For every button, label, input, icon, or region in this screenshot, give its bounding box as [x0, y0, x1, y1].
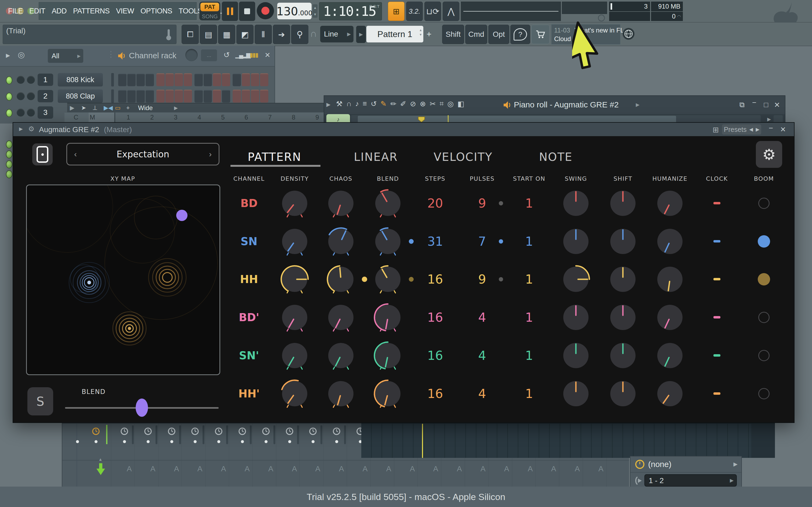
pattern-add-button[interactable]: + [424, 29, 434, 40]
step-cell[interactable] [233, 73, 241, 86]
pause-button[interactable] [222, 2, 238, 21]
automation-a-icon[interactable]: A [504, 464, 509, 473]
step-cell[interactable] [165, 73, 174, 86]
track-clock-icon[interactable] [167, 427, 176, 436]
boom-indicator[interactable] [758, 198, 769, 209]
value-pulses[interactable]: 9 [478, 272, 486, 287]
step-cell[interactable] [204, 90, 212, 103]
channel-pan-knob[interactable] [17, 76, 25, 84]
menu-icon[interactable]: ≡ [363, 100, 367, 108]
piano-roll-grid[interactable] [361, 423, 775, 458]
knob[interactable] [654, 226, 686, 257]
track-clock-icon[interactable] [191, 427, 200, 436]
automation-a-icon[interactable]: A [339, 464, 344, 473]
track-clock-icon[interactable] [91, 427, 101, 436]
channel-name-button[interactable]: 808 Clap [58, 90, 103, 103]
magnet-icon[interactable]: ∩ [310, 28, 317, 39]
track-dot[interactable] [147, 440, 150, 443]
track-dot[interactable] [170, 440, 173, 443]
tab-velocity[interactable]: VELOCITY [434, 150, 492, 164]
paint-icon[interactable]: ✏ [390, 100, 396, 108]
channel-led[interactable] [6, 170, 12, 178]
knob[interactable] [654, 264, 686, 295]
knob[interactable] [372, 302, 403, 333]
plugin-collapse-icon[interactable]: ▶ [19, 126, 23, 132]
value-pulses[interactable]: 4 [478, 348, 486, 363]
track-slider-slot[interactable] [344, 426, 346, 444]
step-cell[interactable] [146, 90, 154, 103]
automation-a-icon[interactable]: A [457, 464, 462, 473]
step-cell[interactable] [260, 73, 268, 86]
value-steps[interactable]: 31 [427, 234, 443, 249]
step-sequencer-button[interactable]: ▦ [218, 25, 235, 44]
knob[interactable] [372, 340, 403, 371]
scroll-arrow-icon[interactable]: ▶ [767, 116, 771, 122]
slip-tool-icon[interactable]: ⊥ [92, 105, 98, 111]
knob[interactable] [279, 188, 310, 219]
clock-dash[interactable] [713, 278, 720, 280]
automation-a-icon[interactable]: A [292, 464, 297, 473]
rack-swing-knob[interactable] [185, 49, 198, 61]
automation-a-icon[interactable]: A [598, 464, 604, 473]
rack-collapse-icon[interactable]: ▶ [6, 52, 10, 59]
rack-layers-icon[interactable]: ▮▮▮ [250, 52, 258, 59]
automation-a-icon[interactable]: A [551, 464, 556, 473]
step-cell[interactable] [184, 73, 192, 86]
step-cell[interactable] [213, 90, 221, 103]
step-cell[interactable] [127, 73, 136, 86]
tab-linear[interactable]: LINEAR [354, 150, 398, 164]
track-clock-icon[interactable] [144, 427, 153, 436]
preset-next-icon[interactable]: ▶ [756, 126, 759, 132]
knob[interactable] [279, 302, 310, 333]
playlist-button[interactable]: ▤ [200, 25, 217, 44]
step-cell[interactable] [222, 90, 230, 103]
channel-pan-knob[interactable] [17, 109, 25, 117]
boom-indicator[interactable] [758, 388, 769, 399]
playback-icon[interactable]: ◧ [457, 100, 465, 108]
boom-indicator[interactable] [758, 312, 769, 323]
title-arrow-icon[interactable]: ▶ [636, 102, 640, 108]
value-pulses[interactable]: 4 [478, 386, 486, 401]
channel-filter-selector[interactable]: All▶ [48, 49, 83, 63]
boom-indicator[interactable] [758, 273, 770, 285]
value-start_on[interactable]: 1 [525, 234, 533, 249]
boom-indicator[interactable] [758, 350, 769, 361]
knob[interactable] [654, 340, 686, 371]
step-cell[interactable] [222, 73, 230, 86]
toolbar-arrow-icon[interactable]: ▶ [70, 105, 74, 111]
track-dot[interactable] [217, 440, 220, 443]
time-marker-row[interactable]: (none) ▶ [631, 456, 741, 472]
track-slider-slot[interactable] [179, 426, 181, 444]
pattern-selector[interactable]: Pattern 1 ▲▼ [366, 26, 423, 43]
knob[interactable] [560, 302, 591, 333]
globe-button[interactable] [622, 28, 635, 40]
automation-a-icon[interactable]: A [198, 464, 203, 473]
drop-arrow-icon[interactable] [96, 463, 106, 475]
knob[interactable] [560, 264, 591, 295]
delete-icon[interactable]: ⊘ [410, 100, 416, 108]
automation-a-icon[interactable]: A [245, 464, 250, 473]
plugin-close-icon[interactable]: ✕ [780, 125, 786, 134]
plugin-minimize-icon[interactable]: − [769, 124, 773, 132]
knob[interactable] [325, 378, 357, 409]
clock-dash[interactable] [713, 354, 720, 357]
knob[interactable] [325, 188, 357, 219]
track-clock-icon[interactable] [261, 427, 270, 436]
draw-icon[interactable]: ✎ [381, 100, 387, 108]
blend-slider-thumb[interactable] [136, 398, 148, 417]
step-cell[interactable] [242, 90, 250, 103]
browser-button[interactable]: ➔ [273, 25, 290, 44]
xy-map[interactable] [26, 184, 220, 375]
knob[interactable] [325, 264, 357, 295]
track-clock-icon[interactable] [120, 427, 129, 436]
track-slider-slot[interactable] [203, 426, 204, 444]
magnet-icon[interactable]: ∩ [346, 100, 351, 108]
value-start_on[interactable]: 1 [525, 310, 533, 325]
step-cell[interactable] [137, 73, 145, 86]
step-cell[interactable] [242, 73, 250, 86]
value-steps[interactable]: 16 [427, 310, 443, 325]
select-icon[interactable]: ⌗ [439, 100, 443, 108]
channel-led[interactable] [6, 150, 12, 158]
zoom-icon[interactable]: ◎ [447, 100, 454, 108]
wait-for-input-button[interactable]: 3.2. [406, 2, 423, 21]
